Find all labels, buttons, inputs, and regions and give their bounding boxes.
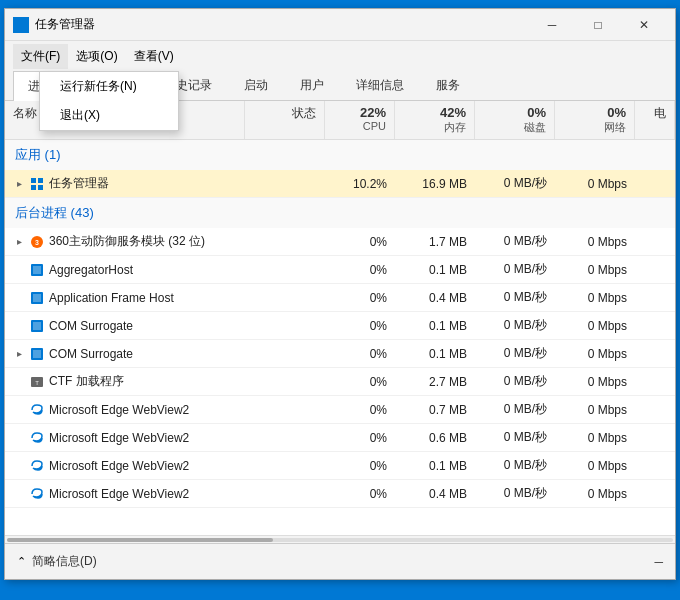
- table-row[interactable]: ▸任务管理器10.2%16.9 MB0 MB/秒0 Mbps: [5, 170, 675, 198]
- table-row[interactable]: ▸COM Surrogate0%0.1 MB0 MB/秒0 Mbps: [5, 340, 675, 368]
- power-cell: [635, 351, 675, 357]
- col-disk[interactable]: 0% 磁盘: [475, 101, 555, 139]
- process-icon: [29, 430, 45, 446]
- table-row[interactable]: Microsoft Edge WebView20%0.4 MB0 MB/秒0 M…: [5, 480, 675, 508]
- table-row[interactable]: Microsoft Edge WebView20%0.1 MB0 MB/秒0 M…: [5, 452, 675, 480]
- table-row[interactable]: Application Frame Host0%0.4 MB0 MB/秒0 Mb…: [5, 284, 675, 312]
- power-cell: [635, 181, 675, 187]
- memory-cell: 2.7 MB: [395, 372, 475, 392]
- menu-view[interactable]: 查看(V): [126, 44, 182, 69]
- process-name: COM Surrogate: [49, 347, 133, 361]
- minimize-button[interactable]: ─: [529, 9, 575, 41]
- svg-rect-0: [15, 19, 20, 24]
- network-cell: 0 Mbps: [555, 400, 635, 420]
- expand-button[interactable]: ▸: [13, 236, 25, 248]
- scrollbar-thumb: [7, 538, 273, 542]
- process-icon: [29, 346, 45, 362]
- process-name: 360主动防御服务模块 (32 位): [49, 233, 205, 250]
- svg-rect-3: [22, 26, 27, 31]
- svg-rect-13: [33, 294, 41, 302]
- cpu-cell: 0%: [325, 400, 395, 420]
- statusbar-label[interactable]: 简略信息(D): [32, 553, 97, 570]
- process-name: Microsoft Edge WebView2: [49, 459, 189, 473]
- network-cell: 0 Mbps: [555, 372, 635, 392]
- power-cell: [635, 323, 675, 329]
- table-row[interactable]: AggregatorHost0%0.1 MB0 MB/秒0 Mbps: [5, 256, 675, 284]
- dropdown-run-task[interactable]: 运行新任务(N): [40, 72, 178, 101]
- cpu-cell: 0%: [325, 288, 395, 308]
- svg-rect-11: [33, 266, 41, 274]
- svg-rect-2: [15, 26, 20, 31]
- power-cell: [635, 463, 675, 469]
- process-icon: [29, 290, 45, 306]
- dropdown-exit[interactable]: 退出(X): [40, 101, 178, 130]
- status-cell: [245, 239, 325, 245]
- disk-cell: 0 MB/秒: [475, 286, 555, 309]
- power-cell: [635, 239, 675, 245]
- menu-options[interactable]: 选项(O): [68, 44, 125, 69]
- expand-button[interactable]: ▸: [13, 348, 25, 360]
- status-cell: [245, 463, 325, 469]
- power-cell: [635, 435, 675, 441]
- svg-text:T: T: [35, 380, 39, 386]
- status-cell: [245, 181, 325, 187]
- table-row[interactable]: Microsoft Edge WebView20%0.6 MB0 MB/秒0 M…: [5, 424, 675, 452]
- table-row[interactable]: TCTF 加载程序0%2.7 MB0 MB/秒0 Mbps: [5, 368, 675, 396]
- svg-rect-4: [31, 178, 36, 183]
- section-header-1: 后台进程 (43): [5, 198, 675, 228]
- svg-rect-5: [38, 178, 43, 183]
- status-cell: [245, 435, 325, 441]
- memory-cell: 0.1 MB: [395, 260, 475, 280]
- close-button[interactable]: ✕: [621, 9, 667, 41]
- tab-startup[interactable]: 启动: [229, 70, 283, 100]
- disk-cell: 0 MB/秒: [475, 454, 555, 477]
- disk-cell: 0 MB/秒: [475, 258, 555, 281]
- maximize-button[interactable]: □: [575, 9, 621, 41]
- process-name: 任务管理器: [49, 175, 109, 192]
- power-cell: [635, 267, 675, 273]
- tab-services[interactable]: 服务: [421, 70, 475, 100]
- statusbar: ⌃ 简略信息(D) ─: [5, 543, 675, 579]
- network-cell: 0 Mbps: [555, 484, 635, 504]
- table-row[interactable]: COM Surrogate0%0.1 MB0 MB/秒0 Mbps: [5, 312, 675, 340]
- col-power[interactable]: 电: [635, 101, 675, 139]
- svg-rect-1: [22, 19, 27, 24]
- menubar: 文件(F) 选项(O) 查看(V) 运行新任务(N) 退出(X): [5, 41, 675, 71]
- cpu-cell: 0%: [325, 260, 395, 280]
- network-cell: 0 Mbps: [555, 260, 635, 280]
- col-memory[interactable]: 42% 内存: [395, 101, 475, 139]
- section-header-0: 应用 (1): [5, 140, 675, 170]
- tab-details[interactable]: 详细信息: [341, 70, 419, 100]
- tab-users[interactable]: 用户: [285, 70, 339, 100]
- file-dropdown: 运行新任务(N) 退出(X): [39, 71, 179, 131]
- process-name: COM Surrogate: [49, 319, 133, 333]
- table-row[interactable]: ▸3360主动防御服务模块 (32 位)0%1.7 MB0 MB/秒0 Mbps: [5, 228, 675, 256]
- table-body[interactable]: 应用 (1)▸任务管理器10.2%16.9 MB0 MB/秒0 Mbps后台进程…: [5, 140, 675, 535]
- cpu-cell: 0%: [325, 232, 395, 252]
- horizontal-scrollbar[interactable]: [5, 535, 675, 543]
- col-status[interactable]: 状态: [245, 101, 325, 139]
- memory-cell: 0.1 MB: [395, 456, 475, 476]
- cpu-cell: 0%: [325, 484, 395, 504]
- svg-text:3: 3: [35, 239, 39, 246]
- process-icon: 3: [29, 234, 45, 250]
- app-icon: [13, 17, 29, 33]
- process-icon: [29, 458, 45, 474]
- cpu-cell: 0%: [325, 372, 395, 392]
- table-row[interactable]: Microsoft Edge WebView20%0.7 MB0 MB/秒0 M…: [5, 396, 675, 424]
- cpu-cell: 10.2%: [325, 174, 395, 194]
- task-manager-window: 任务管理器 ─ □ ✕ 文件(F) 选项(O) 查看(V) 运行新任务(N) 退…: [4, 8, 676, 580]
- process-name: CTF 加载程序: [49, 373, 124, 390]
- expand-button[interactable]: ▸: [13, 178, 25, 190]
- col-cpu[interactable]: 22% CPU: [325, 101, 395, 139]
- memory-cell: 16.9 MB: [395, 174, 475, 194]
- col-network[interactable]: 0% 网络: [555, 101, 635, 139]
- status-cell: [245, 295, 325, 301]
- power-cell: [635, 407, 675, 413]
- power-cell: [635, 379, 675, 385]
- menu-file[interactable]: 文件(F): [13, 44, 68, 69]
- scrollbar-track: [7, 538, 673, 542]
- network-cell: 0 Mbps: [555, 344, 635, 364]
- process-name: AggregatorHost: [49, 263, 133, 277]
- process-name: Microsoft Edge WebView2: [49, 403, 189, 417]
